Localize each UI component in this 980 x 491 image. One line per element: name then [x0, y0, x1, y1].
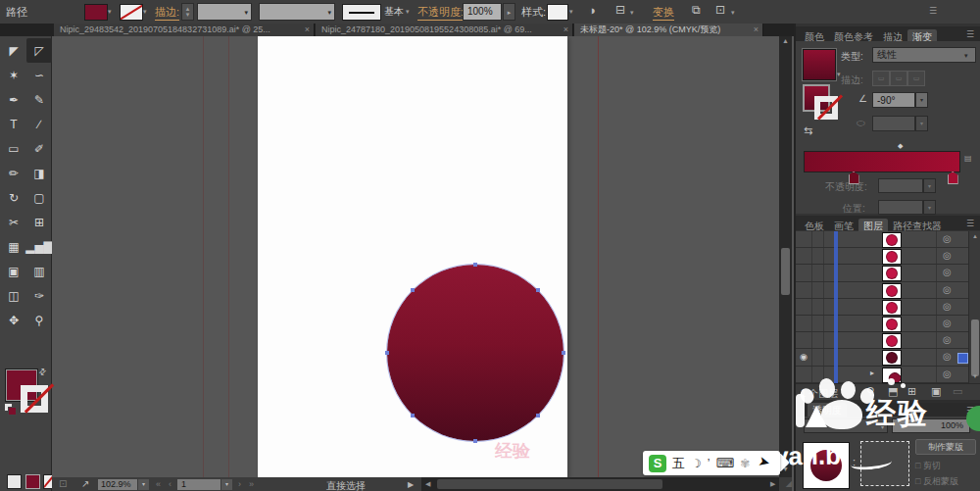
- anchor-point[interactable]: [411, 414, 415, 417]
- visibility-cell[interactable]: [796, 265, 812, 280]
- stroke-caret-icon[interactable]: ▾: [143, 8, 147, 16]
- tool-pencil-tool[interactable]: ✏: [1, 161, 26, 185]
- clip-checkbox[interactable]: □ 剪切: [915, 460, 941, 472]
- anchor-point[interactable]: [385, 351, 389, 355]
- close-icon[interactable]: ×: [564, 24, 568, 36]
- ime-logo-icon[interactable]: S: [649, 455, 666, 472]
- layer-row-4[interactable]: ◎: [796, 282, 968, 299]
- tool-free-transform-tool[interactable]: ▢: [26, 185, 52, 210]
- close-icon[interactable]: ×: [305, 24, 310, 36]
- layers-scroll-thumb[interactable]: [971, 319, 979, 376]
- document-setup-caret-icon[interactable]: ▾: [630, 9, 634, 17]
- anchor-point[interactable]: [473, 439, 477, 443]
- layer-row-6[interactable]: ◎: [796, 316, 968, 332]
- layer-row-2[interactable]: ◎: [796, 248, 968, 265]
- target-icon[interactable]: ◎: [943, 233, 952, 244]
- stroke-within-icon[interactable]: ▭: [872, 71, 890, 86]
- stroke-weight-field[interactable]: ▾: [197, 3, 252, 21]
- visibility-cell[interactable]: [796, 332, 812, 348]
- stroke-proxy-swatch[interactable]: [21, 385, 48, 413]
- tool-mesh-tool[interactable]: ▦: [1, 234, 26, 259]
- resize-grip[interactable]: ◢: [779, 477, 792, 491]
- target-icon[interactable]: ◎: [943, 301, 952, 312]
- status-expand-icon[interactable]: ▶: [408, 480, 414, 489]
- tool-direct-selection-tool[interactable]: ◸: [26, 38, 52, 63]
- swap-fill-stroke-icon[interactable]: ⇄: [37, 367, 49, 378]
- document-tab-3-active[interactable]: × 未标题-20* @ 102.9% (CMYK/预览): [574, 24, 763, 36]
- tool-selection-tool[interactable]: ◤: [1, 38, 26, 63]
- tool-magic-wand-tool[interactable]: ✶: [1, 63, 26, 87]
- lock-cell[interactable]: [812, 282, 824, 298]
- lock-cell[interactable]: [812, 299, 824, 315]
- align-icon[interactable]: ⧉: [692, 4, 701, 16]
- target-icon[interactable]: ◎: [943, 368, 952, 379]
- expand-icon[interactable]: ▸: [870, 368, 874, 377]
- invert-mask-checkbox[interactable]: □ 反相蒙版: [915, 475, 958, 488]
- layer-row-7[interactable]: ◎: [796, 332, 968, 349]
- gradient-type-select[interactable]: 线性: [872, 47, 976, 63]
- tool-line-segment-tool[interactable]: ∕: [26, 112, 52, 136]
- tool-zoom-tool[interactable]: ⚲: [26, 308, 52, 332]
- gradient-fill-swatch[interactable]: [803, 49, 836, 80]
- shape-options-caret-icon[interactable]: ▾: [731, 9, 735, 17]
- shape-options-icon[interactable]: ⊡: [715, 4, 725, 16]
- scroll-down-icon[interactable]: ▼: [969, 373, 980, 379]
- gradient-button[interactable]: [25, 474, 40, 489]
- anchor-point[interactable]: [411, 288, 415, 292]
- prev-artboard-icon[interactable]: ‹: [169, 479, 172, 489]
- gradient-midpoint-icon[interactable]: ◆: [898, 142, 903, 150]
- vertical-scroll-thumb[interactable]: [781, 248, 790, 295]
- reverse-gradient-icon[interactable]: ⇆: [804, 125, 812, 136]
- visibility-cell[interactable]: [796, 282, 812, 298]
- recolor-artwork-icon[interactable]: ◑: [588, 4, 596, 17]
- zoom-level-field[interactable]: 102.9%: [98, 479, 137, 490]
- ime-wubi-icon[interactable]: 五: [672, 455, 685, 472]
- opacity-spinner[interactable]: ▸: [503, 3, 515, 21]
- opacity-field[interactable]: 100%: [463, 3, 502, 21]
- new-layer-icon[interactable]: ▣: [931, 386, 941, 397]
- default-swatches-icon2[interactable]: [8, 407, 17, 416]
- canvas[interactable]: 经验: [52, 36, 779, 477]
- scroll-right-icon[interactable]: ▶: [770, 480, 775, 488]
- style-caret-icon[interactable]: ▾: [569, 8, 573, 16]
- tool-artboard-tool[interactable]: ▣: [1, 259, 26, 283]
- visibility-cell[interactable]: [796, 231, 812, 247]
- document-tab-2[interactable]: × Nipic_24787180_20190508195524308085.ai…: [316, 24, 573, 36]
- ime-punct-icon[interactable]: ’: [708, 457, 710, 470]
- visibility-cell[interactable]: [796, 367, 812, 382]
- document-tab-1[interactable]: × Nipic_29483542_20190705184832731089.ai…: [54, 24, 315, 36]
- tool-eraser-tool[interactable]: ◨: [26, 161, 52, 185]
- stroke-weight-stepper[interactable]: ▴ ▾: [181, 3, 194, 21]
- gradient-stop-0[interactable]: [849, 172, 859, 184]
- preview-icon[interactable]: ⊡: [59, 479, 67, 489]
- panel-menu-icon[interactable]: ☰: [966, 219, 974, 228]
- horizontal-scrollbar[interactable]: ◀ ▶: [421, 477, 779, 491]
- layer-row-5[interactable]: ◎: [796, 299, 968, 316]
- delete-layer-icon[interactable]: ▭: [953, 386, 962, 397]
- lock-cell[interactable]: [812, 248, 824, 264]
- fill-color-swatch[interactable]: [84, 4, 108, 21]
- tool-blend-tool[interactable]: ✑: [26, 283, 52, 308]
- anchor-point[interactable]: [536, 288, 540, 292]
- tool-pen-tool[interactable]: ✒: [1, 87, 26, 112]
- tool-hand-tool[interactable]: ✥: [1, 308, 26, 332]
- color-button[interactable]: [7, 474, 22, 489]
- anchor-point[interactable]: [536, 414, 540, 417]
- layer-row-8[interactable]: ◉◎: [796, 349, 968, 366]
- visibility-cell[interactable]: [796, 248, 812, 264]
- lock-cell[interactable]: [812, 231, 824, 247]
- lock-cell[interactable]: [812, 265, 824, 280]
- gradient-slider-bar[interactable]: [804, 151, 960, 172]
- tool-type-tool[interactable]: T: [1, 112, 26, 136]
- first-artboard-icon[interactable]: «: [156, 479, 161, 489]
- anchor-point[interactable]: [473, 263, 477, 267]
- gradient-slider-menu-icon[interactable]: ▤: [964, 154, 972, 163]
- lock-cell[interactable]: [812, 349, 824, 365]
- scroll-up-icon[interactable]: ▲: [779, 37, 792, 44]
- gradient-stroke-proxy[interactable]: [814, 96, 838, 120]
- artboard-caret-icon[interactable]: ▾: [221, 479, 232, 490]
- visibility-cell[interactable]: [796, 316, 812, 331]
- target-icon[interactable]: ◎: [943, 334, 952, 345]
- tool-graph-tool[interactable]: ▂▅▇: [26, 234, 52, 259]
- layers-scrollbar[interactable]: ▲ ▼: [968, 231, 980, 383]
